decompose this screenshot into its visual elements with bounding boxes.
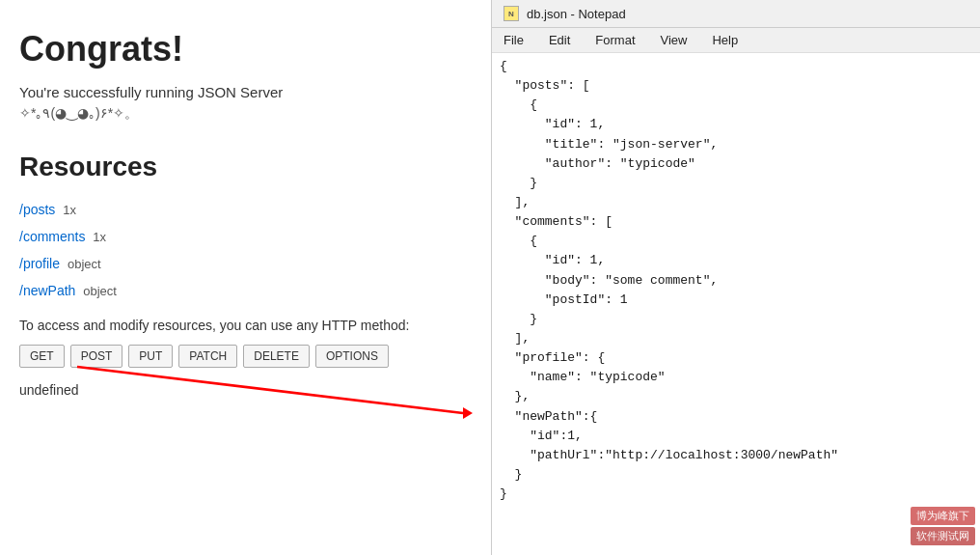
resources-title: Resources (19, 152, 462, 182)
watermark-site: 软件测试网 (911, 527, 975, 545)
options-button[interactable]: OPTIONS (315, 345, 389, 368)
success-text: You're successfully running JSON Server (19, 84, 462, 100)
newpath-badge: object (83, 284, 117, 298)
delete-button[interactable]: DELETE (243, 345, 310, 368)
get-button[interactable]: GET (19, 345, 65, 368)
menu-view[interactable]: View (657, 31, 692, 49)
notepad-panel: N db.json - Notepad File Edit Format Vie… (492, 0, 980, 508)
svg-marker-1 (463, 407, 473, 419)
notepad-window: N db.json - Notepad File Edit Format Vie… (492, 0, 980, 555)
browser-panel: Congrats! You're successfully running JS… (0, 0, 492, 555)
notepad-text-content[interactable]: { "posts": [ { "id": 1, "title": "json-s… (492, 53, 980, 508)
notepad-titlebar: N db.json - Notepad (492, 0, 980, 28)
notepad-title: db.json - Notepad (527, 7, 626, 21)
notepad-icon: N (504, 6, 519, 21)
comments-badge: 1x (93, 230, 106, 244)
posts-badge: 1x (63, 203, 76, 217)
emoji-text: ✧*｡٩(◕‿◕｡)۶*✧。 (19, 105, 462, 123)
resource-item-profile: /profile object (19, 256, 462, 271)
congrats-title: Congrats! (19, 29, 462, 69)
posts-link[interactable]: /posts (19, 202, 55, 217)
access-text: To access and modify resources, you can … (19, 318, 462, 333)
menu-edit[interactable]: Edit (545, 31, 574, 49)
resource-item-newpath: /newPath object (19, 283, 462, 298)
resource-item-comments: /comments 1x (19, 229, 462, 244)
profile-badge: object (68, 257, 101, 271)
menu-help[interactable]: Help (708, 31, 742, 49)
put-button[interactable]: PUT (128, 345, 173, 368)
post-button[interactable]: POST (70, 345, 123, 368)
watermark-logo: 博为峰旗下 (911, 507, 975, 525)
comments-link[interactable]: /comments (19, 229, 85, 244)
menu-file[interactable]: File (500, 31, 528, 49)
undefined-text: undefined (19, 382, 462, 398)
newpath-link[interactable]: /newPath (19, 283, 75, 298)
http-methods-group: GET POST PUT PATCH DELETE OPTIONS (19, 345, 462, 368)
profile-link[interactable]: /profile (19, 256, 60, 271)
notepad-icon-label: N (508, 10, 514, 18)
menu-format[interactable]: Format (591, 31, 639, 49)
patch-button[interactable]: PATCH (178, 345, 237, 368)
resource-item-posts: /posts 1x (19, 202, 462, 217)
watermark: 博为峰旗下 软件测试网 (911, 507, 975, 545)
notepad-menubar: File Edit Format View Help (492, 28, 980, 53)
